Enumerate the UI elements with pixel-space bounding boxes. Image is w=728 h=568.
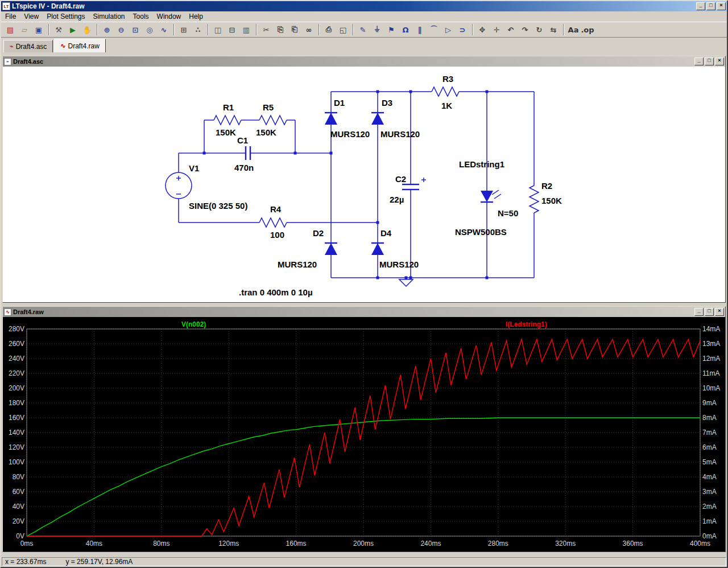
label-c2-value[interactable]: 22µ: [390, 195, 404, 204]
open-file-icon[interactable]: ▱: [18, 23, 31, 36]
menu-plot-settings[interactable]: Plot Settings: [43, 11, 89, 22]
menu-simulation[interactable]: Simulation: [89, 11, 129, 22]
find-icon[interactable]: ∞: [302, 23, 316, 36]
label-c1-value[interactable]: 470n: [234, 163, 254, 172]
label-d4[interactable]: D4: [380, 228, 392, 238]
ground-symbol[interactable]: [399, 279, 413, 286]
ground-icon[interactable]: ⏚: [370, 23, 384, 36]
run-simulation-icon[interactable]: ▶: [66, 23, 80, 36]
menu-view[interactable]: View: [20, 11, 43, 22]
label-r5[interactable]: R5: [263, 102, 274, 112]
component-icon[interactable]: ⊃: [456, 23, 469, 36]
trace-label-iledstring1[interactable]: I(Ledstring1): [506, 320, 547, 328]
label-d3-value[interactable]: MURS120: [380, 129, 420, 139]
save-icon[interactable]: ▣: [32, 23, 46, 36]
component-r4-resistor[interactable]: [259, 218, 287, 227]
drag-icon[interactable]: ✛: [490, 23, 503, 36]
plot-settings-icon[interactable]: ⊞: [177, 23, 191, 36]
trace-label-vn002[interactable]: V(n002): [181, 320, 206, 328]
mark-data-points-icon[interactable]: ∴: [191, 23, 205, 36]
menu-window[interactable]: Window: [153, 11, 185, 22]
waveform-maximize-button[interactable]: □: [705, 308, 714, 316]
close-button[interactable]: ×: [717, 2, 726, 10]
label-ledstring1[interactable]: LEDstring1: [459, 159, 504, 169]
label-r1[interactable]: R1: [223, 102, 234, 112]
zoom-back-icon[interactable]: ⊖: [114, 23, 128, 36]
component-d1-diode[interactable]: [325, 113, 337, 125]
minimize-button[interactable]: _: [696, 2, 705, 10]
main-title-bar[interactable]: LT LTspice IV - Draft4.raw _ □ ×: [1, 1, 727, 11]
tab-draft4-asc[interactable]: ⌁ Draft4.asc: [3, 40, 53, 52]
schematic-window-title-bar[interactable]: ⌁ Draft4.asc _ □ ×: [3, 56, 725, 67]
net-label-icon[interactable]: ⚑: [384, 23, 398, 36]
label-d2-value[interactable]: MURS120: [278, 260, 317, 269]
schematic-close-button[interactable]: ×: [715, 57, 724, 65]
label-d2[interactable]: D2: [313, 228, 324, 238]
inductor-icon[interactable]: ⌒: [427, 23, 441, 36]
waveform-minimize-button[interactable]: _: [694, 308, 704, 316]
label-r2-value[interactable]: 150K: [541, 196, 562, 205]
paste-icon[interactable]: ⎗: [288, 23, 301, 36]
move-icon[interactable]: ✥: [475, 23, 489, 36]
pan-icon[interactable]: ◎: [143, 23, 156, 36]
new-schematic-icon[interactable]: ▤: [3, 23, 17, 36]
component-d2-diode[interactable]: [325, 243, 337, 255]
component-r1-resistor[interactable]: [214, 116, 241, 125]
capacitor-icon[interactable]: ∥: [413, 23, 427, 36]
label-v1-value[interactable]: SINE(0 325 50): [189, 201, 247, 211]
label-c1[interactable]: C1: [237, 135, 248, 145]
label-r3-value[interactable]: 1K: [441, 101, 452, 110]
component-c1-capacitor[interactable]: [246, 146, 250, 160]
schematic-drawing[interactable]: V1 SINE(0 325 50) R1 150K R5 150K C1 470…: [3, 67, 724, 302]
zoom-full-extents-icon[interactable]: ⊡: [129, 23, 142, 36]
label-r3[interactable]: R3: [442, 74, 453, 84]
rotate-icon[interactable]: ↻: [532, 23, 546, 36]
tile-horizontal-icon[interactable]: ⊟: [225, 23, 239, 36]
label-v1[interactable]: V1: [189, 163, 199, 173]
cut-icon[interactable]: ✂: [259, 23, 273, 36]
menu-file[interactable]: File: [1, 11, 20, 22]
spice-directive-text[interactable]: .tran 0 400m 0 10µ: [239, 287, 313, 297]
cascade-windows-icon[interactable]: ▥: [239, 23, 253, 36]
maximize-button[interactable]: □: [706, 2, 715, 10]
label-r4[interactable]: R4: [270, 204, 282, 214]
undo-icon[interactable]: ↶: [504, 23, 518, 36]
label-r2[interactable]: R2: [541, 181, 552, 191]
label-c2[interactable]: C2: [395, 174, 406, 184]
menu-tools[interactable]: Tools: [129, 11, 153, 22]
component-r3-resistor[interactable]: [432, 87, 459, 96]
schematic-minimize-button[interactable]: _: [694, 57, 704, 65]
label-r1-value[interactable]: 150K: [216, 127, 236, 137]
label-d3[interactable]: D3: [382, 98, 392, 108]
waveform-plot-area[interactable]: 280V260V240V220V200V180V160V140V120V100V…: [3, 317, 725, 551]
redo-icon[interactable]: ↷: [518, 23, 532, 36]
component-d3-diode[interactable]: [371, 113, 384, 125]
component-ledstring1-led[interactable]: [481, 190, 501, 202]
menu-help[interactable]: Help: [185, 11, 207, 22]
control-panel-icon[interactable]: ⚒: [52, 23, 65, 36]
autorange-icon[interactable]: ∿: [157, 23, 171, 36]
label-d4-value[interactable]: MURS120: [379, 260, 419, 269]
zoom-in-icon[interactable]: ⊕: [100, 23, 114, 36]
waveform-window-title-bar[interactable]: ∿ Draft4.raw _ □ ×: [3, 307, 725, 317]
mirror-icon[interactable]: ⇆: [547, 23, 560, 36]
spice-directive-icon[interactable]: .op: [581, 23, 594, 36]
diode-icon[interactable]: ▷: [441, 23, 455, 36]
tab-draft4-raw[interactable]: ∿ Draft4.raw: [54, 39, 106, 52]
label-ledstring1-model[interactable]: NSPW500BS: [455, 227, 507, 237]
label-ledstring1-n[interactable]: N=50: [498, 208, 518, 218]
label-d1[interactable]: D1: [334, 98, 345, 108]
label-d1-value[interactable]: MURS120: [330, 129, 370, 139]
tile-vertical-icon[interactable]: ◫: [211, 23, 225, 36]
component-v1-source[interactable]: [166, 172, 192, 199]
schematic-maximize-button[interactable]: □: [705, 57, 714, 65]
text-tool-icon[interactable]: Aa: [566, 23, 580, 36]
print-preview-icon[interactable]: ◱: [336, 23, 350, 36]
waveform-close-button[interactable]: ×: [715, 308, 724, 316]
halt-simulation-icon[interactable]: ✋: [80, 23, 94, 36]
draw-wire-icon[interactable]: ✎: [356, 23, 370, 36]
component-d4-diode[interactable]: [371, 243, 384, 255]
component-r2-resistor[interactable]: [530, 186, 539, 213]
label-r5-value[interactable]: 150K: [256, 127, 276, 137]
print-icon[interactable]: ⎙: [322, 23, 336, 36]
